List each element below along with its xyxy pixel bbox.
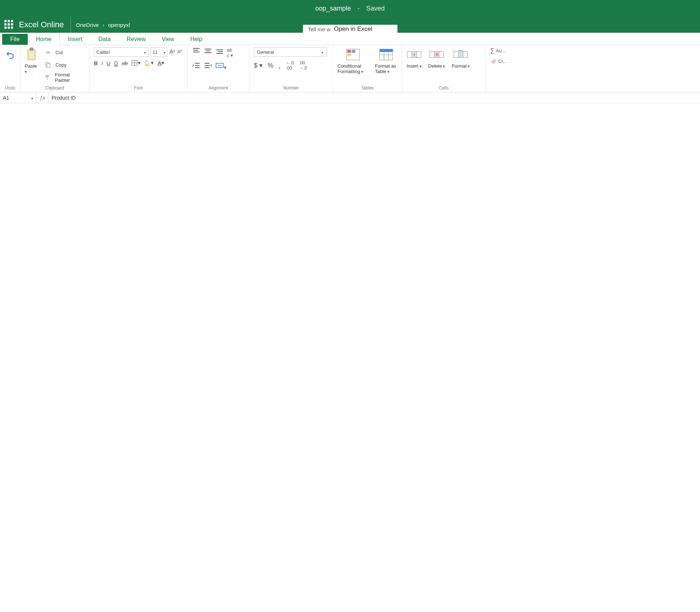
increase-decimal-button[interactable]: ←.0.00 <box>286 60 294 71</box>
fx-icon[interactable]: ƒx <box>36 92 49 103</box>
merge-button[interactable]: ▾ <box>215 62 227 70</box>
conditional-formatting-button[interactable]: Conditional Formatting <box>337 47 368 74</box>
font-color-button[interactable]: A▾ <box>157 60 164 66</box>
svg-rect-0 <box>28 49 35 60</box>
delete-cells-button[interactable]: ✕ Delete <box>428 47 445 69</box>
undo-icon <box>3 47 17 62</box>
app-launcher-icon[interactable] <box>4 20 14 29</box>
conditional-formatting-icon <box>346 47 360 62</box>
insert-cells-button[interactable]: + Insert <box>407 47 422 69</box>
double-underline-button[interactable]: D <box>114 60 118 66</box>
format-as-table-button[interactable]: Format as Table <box>375 47 397 74</box>
align-bottom-button[interactable] <box>215 47 224 58</box>
format-painter-label: Format Painter <box>55 72 85 83</box>
name-box-value: A1 <box>3 95 9 101</box>
ribbon-tabs: File Home Insert Data Review View Help <box>0 33 700 45</box>
cut-label: Cut <box>55 50 63 55</box>
document-filename: oop_sample <box>315 5 351 12</box>
paste-button[interactable]: Paste <box>25 47 39 74</box>
eraser-icon <box>490 58 497 64</box>
border-button[interactable]: ▾ <box>131 60 141 66</box>
tab-view[interactable]: View <box>154 34 182 45</box>
group-font: Calibri 11 A▴ A▾ B I U D ab ▾ <box>89 45 188 92</box>
underline-button[interactable]: U <box>107 60 111 66</box>
format-cells-button[interactable]: Format <box>452 47 470 69</box>
number-format-value: General <box>257 49 274 55</box>
group-tables: Conditional Formatting Format as Table T… <box>333 45 402 92</box>
tab-review[interactable]: Review <box>119 34 153 45</box>
svg-rect-7 <box>145 65 150 66</box>
group-editing: ∑ Au… Cl… <box>486 45 522 92</box>
group-label-alignment: Alignment <box>192 85 245 91</box>
ribbon: Undo Paste ✂ Cut Copy <box>0 45 700 92</box>
currency-button[interactable]: $ ▾ <box>254 61 263 69</box>
delete-cells-label: Delete <box>428 63 445 69</box>
tab-help[interactable]: Help <box>182 34 210 45</box>
tab-insert[interactable]: Insert <box>60 34 90 45</box>
decrease-indent-button[interactable] <box>192 62 201 70</box>
name-box[interactable]: A1 <box>0 92 36 103</box>
formula-bar: A1 ƒx Product ID <box>0 92 700 103</box>
svg-rect-46 <box>459 52 463 57</box>
fill-color-button[interactable]: ▾ <box>144 60 154 66</box>
svg-rect-3 <box>47 64 50 68</box>
svg-rect-26 <box>352 50 355 53</box>
tab-file[interactable]: File <box>2 34 28 45</box>
increase-indent-button[interactable] <box>204 62 212 70</box>
align-middle-button[interactable] <box>204 47 212 58</box>
svg-text:+: + <box>413 52 415 57</box>
copy-label: Copy <box>55 62 66 68</box>
svg-text:✕: ✕ <box>435 52 438 57</box>
font-size-select[interactable]: 11 <box>151 47 167 57</box>
number-format-select[interactable]: General <box>254 47 327 57</box>
comma-button[interactable]: , <box>279 61 281 70</box>
decrease-decimal-button[interactable]: .00→.0 <box>299 60 307 71</box>
chevron-down-icon <box>164 49 165 55</box>
save-state: Saved <box>366 5 385 12</box>
percent-button[interactable]: % <box>268 62 273 69</box>
app-header: Excel Online OneDrive › openpyxl Tell me… <box>0 17 700 33</box>
format-as-table-label: Format as Table <box>375 63 397 74</box>
title-separator: - <box>357 5 360 12</box>
bold-button[interactable]: B <box>94 60 98 66</box>
align-top-button[interactable] <box>192 47 201 58</box>
group-cells: + Insert ✕ Delete Format Cells <box>402 45 486 92</box>
cut-button[interactable]: ✂ Cut <box>43 47 85 57</box>
svg-rect-1 <box>30 48 33 51</box>
clear-button[interactable]: Cl… <box>490 58 518 64</box>
group-label-number: Number <box>254 85 328 91</box>
font-name-select[interactable]: Calibri <box>94 47 148 57</box>
chevron-down-icon <box>31 95 33 101</box>
strike-button[interactable]: ab <box>122 60 128 66</box>
chevron-down-icon <box>144 49 146 55</box>
copy-button[interactable]: Copy <box>43 60 85 70</box>
format-as-table-icon <box>379 47 393 62</box>
title-bar: oop_sample - Saved <box>0 0 700 17</box>
app-name[interactable]: Excel Online <box>19 17 71 33</box>
tab-home[interactable]: Home <box>28 33 60 45</box>
autosum-button[interactable]: ∑ Au… <box>490 47 518 54</box>
italic-button[interactable]: I <box>101 60 103 66</box>
shrink-font-button[interactable]: A▾ <box>177 49 182 55</box>
grow-font-button[interactable]: A▴ <box>169 49 175 55</box>
group-label-cells: Cells <box>407 85 481 91</box>
formula-value[interactable]: Product ID <box>49 95 76 101</box>
tab-data[interactable]: Data <box>90 34 119 45</box>
insert-cells-icon: + <box>407 47 421 62</box>
undo-button[interactable] <box>4 47 16 62</box>
group-number: General $ ▾ % , ←.0.00 .00→.0 Number <box>249 45 333 92</box>
format-painter-button[interactable]: Format Painter <box>43 72 85 83</box>
font-name-value: Calibri <box>96 49 110 55</box>
format-cells-label: Format <box>452 63 470 69</box>
open-in-excel-link[interactable]: Open in Excel <box>331 25 375 33</box>
wrap-text-button[interactable]: abc ▾ <box>227 47 233 58</box>
group-label-clipboard: Clipboard <box>25 85 85 91</box>
conditional-formatting-label: Conditional Formatting <box>337 63 368 74</box>
paste-label: Paste <box>25 63 39 74</box>
format-painter-icon <box>43 72 53 83</box>
svg-rect-25 <box>347 50 351 53</box>
breadcrumb-root[interactable]: OneDrive <box>76 22 99 28</box>
paste-icon <box>25 47 39 62</box>
breadcrumb: OneDrive › openpyxl <box>76 22 130 28</box>
breadcrumb-folder[interactable]: openpyxl <box>108 22 130 28</box>
